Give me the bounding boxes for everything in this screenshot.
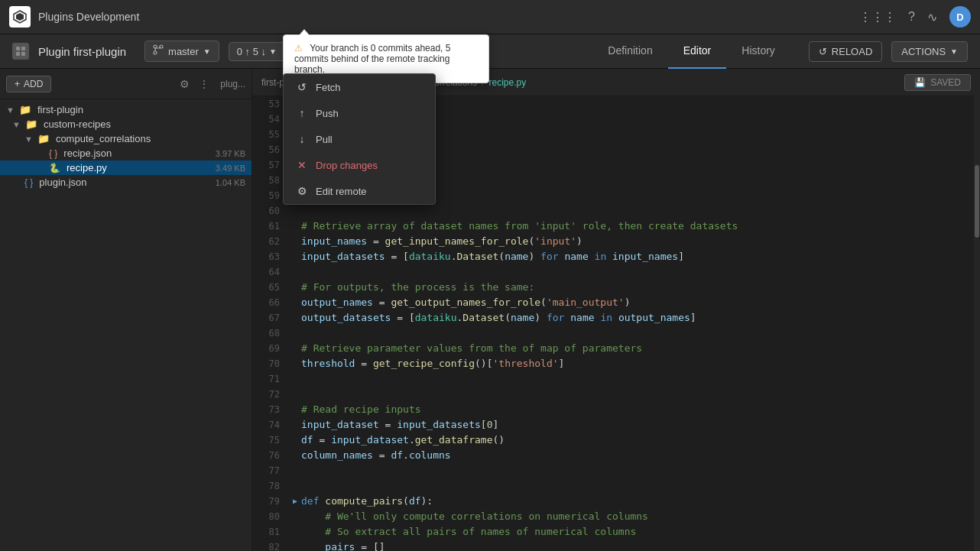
reload-button[interactable]: ↺ RELOAD	[809, 41, 882, 62]
tree-item-label: custom-recipes	[44, 118, 111, 130]
sidebar-toolbar: + ADD ⚙ ⋮ plug...	[0, 69, 251, 99]
code-line: 62 input_names = get_input_names_for_rol…	[252, 234, 980, 249]
chevron-down-icon: ▼	[6, 105, 15, 115]
folder-icon: 📁	[25, 118, 37, 130]
code-line: 80 # We'll only compute correlations on …	[252, 509, 980, 524]
code-line: 69 # Retrieve parameter values from the …	[252, 341, 980, 356]
code-line: 81 # So extract all pairs of names of nu…	[252, 524, 980, 540]
tree-item-label: recipe.json	[63, 147, 112, 159]
tab-history[interactable]: History	[726, 34, 790, 69]
code-line: 67 output_datasets = [dataiku.Dataset(na…	[252, 310, 980, 326]
drop-icon: ✕	[296, 159, 308, 171]
add-label: ADD	[24, 79, 43, 89]
svg-point-8	[154, 51, 157, 54]
git-dropdown-menu: ↺ Fetch ↑ Push ↓ Pull ✕ Drop changes ⚙ E…	[283, 73, 436, 205]
tree-item-recipe-json[interactable]: { } recipe.json 3.97 KB	[0, 146, 251, 160]
code-line: 61 # Retrieve array of dataset names fro…	[252, 219, 980, 234]
tree-item-label: recipe.py	[67, 162, 107, 173]
add-button[interactable]: + ADD	[6, 76, 51, 92]
svg-point-7	[160, 45, 163, 48]
saved-button[interactable]: 💾 SAVED	[904, 74, 971, 91]
tree-item-first-plugin[interactable]: ▼ 📁 first-plugin	[0, 102, 251, 117]
tab-definition[interactable]: Definition	[592, 34, 667, 69]
branch-icon	[153, 44, 164, 58]
more-icon[interactable]: ⋮	[197, 76, 211, 92]
code-line: 63 input_datasets = [dataiku.Dataset(nam…	[252, 249, 980, 264]
code-line: 79 ▶ def compute_pairs(df):	[252, 494, 980, 509]
file-icon: { }	[24, 177, 33, 188]
file-icon: 🐍	[49, 163, 60, 173]
branch-button[interactable]: master ▼	[144, 41, 219, 62]
breadcrumb-current-file: recipe.py	[488, 77, 526, 88]
actions-chevron-icon: ▼	[950, 47, 958, 56]
file-size: 1.04 KB	[216, 178, 245, 187]
top-nav: Plugins Development ⋮⋮⋮ ? ∿ D	[0, 0, 980, 34]
git-menu-push[interactable]: ↑ Push	[284, 100, 435, 126]
fetch-icon: ↺	[296, 81, 308, 93]
bubble-text: Your branch is 0 commits ahead, 5 commit…	[294, 43, 450, 75]
tab-editor[interactable]: Editor	[668, 34, 727, 69]
app-logo	[9, 6, 31, 28]
file-icon: { }	[49, 148, 57, 159]
reload-icon: ↺	[819, 46, 827, 57]
svg-rect-2	[16, 47, 20, 50]
git-menu-item-label: Push	[316, 108, 339, 119]
commits-label: 0 ↑ 5 ↓	[237, 46, 266, 57]
tree-item-label: first-plugin	[37, 104, 83, 115]
sidebar-path-label: plug...	[220, 79, 245, 89]
nav-tabs: Definition Editor History	[592, 34, 790, 69]
folder-icon: 📁	[37, 133, 50, 144]
git-menu-fetch[interactable]: ↺ Fetch	[284, 74, 435, 100]
user-avatar[interactable]: D	[949, 6, 971, 28]
tree-item-compute-correlations[interactable]: ▼ 📁 compute_correlations	[0, 131, 251, 146]
sidebar-icons: ⚙ ⋮	[178, 76, 211, 92]
gear-icon: ⚙	[296, 185, 308, 197]
git-menu-item-label: Fetch	[316, 82, 341, 93]
reload-label: RELOAD	[832, 46, 872, 57]
commits-chevron-icon: ▼	[269, 47, 277, 56]
app-title: Plugins Development	[38, 11, 852, 23]
code-line: 78	[252, 478, 980, 494]
commits-button[interactable]: 0 ↑ 5 ↓ ▼	[229, 42, 285, 61]
git-menu-item-label: Edit remote	[316, 186, 366, 197]
actions-button[interactable]: ACTIONS ▼	[891, 41, 968, 62]
git-menu-pull[interactable]: ↓ Pull	[284, 126, 435, 152]
saved-label: SAVED	[930, 77, 961, 88]
push-icon: ↑	[296, 107, 308, 119]
code-line: 82 pairs = []	[252, 540, 980, 551]
svg-rect-5	[21, 52, 25, 56]
tree-item-plugin-json[interactable]: { } plugin.json 1.04 KB	[0, 175, 251, 190]
nav-icons: ⋮⋮⋮ ? ∿ D	[859, 6, 971, 28]
folder-icon: 📁	[19, 104, 31, 115]
content-area: + ADD ⚙ ⋮ plug... ▼ 📁 first-plugin ▼ 📁 c…	[0, 69, 980, 551]
plugin-icon	[12, 43, 29, 60]
settings-icon[interactable]: ⚙	[178, 76, 191, 92]
git-menu-edit-remote[interactable]: ⚙ Edit remote	[284, 178, 435, 204]
code-line: 66 output_names = get_output_names_for_r…	[252, 295, 980, 310]
git-menu-item-label: Drop changes	[316, 160, 378, 171]
scrollbar-track[interactable]	[974, 69, 980, 551]
code-line: 60	[252, 203, 980, 219]
warning-icon: ⚠	[294, 43, 303, 53]
tree-item-recipe-py[interactable]: 🐍 recipe.py 3.49 KB	[0, 160, 251, 175]
tree-item-custom-recipes[interactable]: ▼ 📁 custom-recipes	[0, 117, 251, 131]
file-size: 3.97 KB	[216, 149, 245, 158]
help-icon[interactable]: ?	[908, 10, 915, 24]
scrollbar-thumb[interactable]	[975, 165, 979, 238]
code-line: 68	[252, 326, 980, 341]
pull-icon: ↓	[296, 133, 308, 145]
code-line: 72	[252, 387, 980, 402]
chevron-down-icon: ▼	[24, 135, 33, 144]
sidebar: + ADD ⚙ ⋮ plug... ▼ 📁 first-plugin ▼ 📁 c…	[0, 69, 252, 551]
tree-item-label: compute_correlations	[56, 133, 151, 144]
apps-icon[interactable]: ⋮⋮⋮	[859, 10, 896, 24]
sub-header: Plugin first-plugin master ▼ 0 ↑ 5 ↓ ▼ D…	[0, 34, 980, 69]
code-line: 77	[252, 463, 980, 478]
actions-label: ACTIONS	[901, 46, 946, 57]
analytics-icon[interactable]: ∿	[927, 10, 937, 24]
svg-rect-3	[21, 47, 25, 50]
branch-name: master	[168, 46, 199, 57]
git-menu-drop-changes[interactable]: ✕ Drop changes	[284, 152, 435, 178]
code-line: 75 df = input_dataset.get_dataframe()	[252, 433, 980, 448]
svg-marker-1	[16, 13, 24, 21]
